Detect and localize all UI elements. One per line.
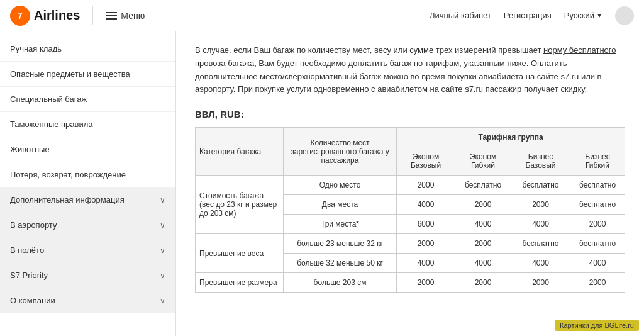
registration-link[interactable]: Регистрация bbox=[504, 11, 552, 20]
biz-baz-cell: бесплатно bbox=[511, 176, 570, 195]
table-row: Превышение размера больше 203 см 2000 20… bbox=[196, 273, 625, 293]
chevron-down-icon: ∨ bbox=[160, 246, 165, 255]
category-cell: Превышение веса bbox=[196, 234, 284, 273]
sidebar-item-dangerous[interactable]: Опасные предметы и вещества bbox=[0, 62, 175, 87]
chevron-down-icon: ∨ bbox=[160, 296, 165, 305]
header: 7 Airlines Меню Личный кабинет Регистрац… bbox=[0, 0, 644, 31]
hamburger-icon bbox=[106, 12, 117, 20]
col-header-qty: Количество мест зарегистрованного багажа… bbox=[284, 128, 397, 176]
sidebar-item-label: Таможенные правила bbox=[10, 120, 93, 129]
chevron-down-icon: ▼ bbox=[596, 12, 602, 19]
sidebar-item-hand-luggage[interactable]: Ручная кладь bbox=[0, 36, 175, 62]
biz-baz-cell: 2000 bbox=[511, 195, 570, 215]
logo-text: Airlines bbox=[34, 8, 80, 23]
col-header-category: Категория багажа bbox=[196, 128, 284, 176]
sidebar-item-animals[interactable]: Животные bbox=[0, 137, 175, 162]
biz-gib-cell: бесплатно bbox=[570, 195, 625, 215]
biz-baz-cell: 4000 bbox=[511, 215, 570, 234]
ekon-baz-cell: 4000 bbox=[397, 254, 455, 273]
ekon-gib-cell: 4000 bbox=[455, 254, 511, 273]
ekon-baz-cell: 2000 bbox=[397, 273, 455, 293]
biz-gib-cell: бесплатно bbox=[570, 234, 625, 254]
ekon-gib-cell: 2000 bbox=[455, 234, 511, 254]
qty-cell: больше 203 см bbox=[284, 273, 397, 293]
biz-baz-cell: 2000 bbox=[511, 273, 570, 293]
sidebar-item-additional[interactable]: Дополнительная информация ∨ bbox=[0, 188, 175, 213]
section-title: ВВЛ, RUB: bbox=[195, 109, 625, 120]
qty-cell: Два места bbox=[284, 195, 397, 215]
qty-cell: больше 23 меньше 32 кг bbox=[284, 234, 397, 254]
category-cell: Превышение размера bbox=[196, 273, 284, 293]
sidebar-item-label: В полёто bbox=[10, 245, 44, 255]
ekon-gib-cell: 4000 bbox=[455, 215, 511, 234]
biz-gib-cell: 2000 bbox=[570, 273, 625, 293]
sidebar-item-label: S7 Priority bbox=[10, 271, 48, 280]
sidebar-item-label: О компании bbox=[10, 296, 55, 305]
sidebar-item-customs[interactable]: Таможенные правила bbox=[0, 112, 175, 137]
ekon-gib-cell: 2000 bbox=[455, 195, 511, 215]
sidebar-item-company[interactable]: О компании ∨ bbox=[0, 288, 175, 313]
sidebar-item-lost[interactable]: Потеря, возврат, поврождение bbox=[0, 162, 175, 188]
qty-cell: больше 32 меньше 50 кг bbox=[284, 254, 397, 273]
biz-baz-cell: бесплатно bbox=[511, 234, 570, 254]
baggage-norm-link[interactable]: норму бесплатного провоза багажа bbox=[195, 45, 616, 68]
baggage-table: Категория багажа Количество мест зарегис… bbox=[195, 127, 625, 293]
sidebar-item-special[interactable]: Специальный багаж bbox=[0, 87, 175, 112]
ekon-baz-cell: 2000 bbox=[397, 176, 455, 195]
sidebar-item-inflight[interactable]: В полёто ∨ bbox=[0, 238, 175, 263]
sidebar: Ручная кладь Опасные предметы и вещества… bbox=[0, 31, 176, 336]
category-cell: Стоимость багажа (вес до 23 кг и размер … bbox=[196, 176, 284, 234]
biz-baz-cell: 4000 bbox=[511, 254, 570, 273]
sidebar-item-label: Опасные предметы и вещества bbox=[10, 69, 130, 79]
menu-button[interactable]: Меню bbox=[106, 11, 145, 21]
chevron-down-icon: ∨ bbox=[160, 271, 165, 280]
logo: 7 Airlines bbox=[10, 6, 80, 26]
table-row: Превышение веса больше 23 меньше 32 кг 2… bbox=[196, 234, 625, 254]
col-header-biz-baz: Бизнес Базовый bbox=[511, 147, 570, 176]
chevron-down-icon: ∨ bbox=[160, 196, 165, 204]
col-header-biz-gib: Бизнес Гибкий bbox=[570, 147, 625, 176]
menu-label: Меню bbox=[121, 11, 145, 21]
logo-number: 7 bbox=[18, 11, 23, 21]
biz-gib-cell: 4000 bbox=[570, 254, 625, 273]
ekon-baz-cell: 4000 bbox=[397, 195, 455, 215]
sidebar-item-label: В аэропорту bbox=[10, 220, 57, 230]
language-selector[interactable]: Русский ▼ bbox=[564, 11, 602, 20]
sidebar-item-label: Специальный багаж bbox=[10, 94, 87, 104]
col-header-ekon-baz: Эконом Базовый bbox=[397, 147, 455, 176]
ekon-gib-cell: бесплатно bbox=[455, 176, 511, 195]
sidebar-item-label: Дополнительная информация bbox=[10, 195, 125, 204]
ekon-baz-cell: 6000 bbox=[397, 215, 455, 234]
qty-cell: Три места* bbox=[284, 215, 397, 234]
main-content: В случае, если Ваш багаж по количеству м… bbox=[176, 31, 644, 336]
header-nav: Личный кабинет Регистрация Русский ▼ bbox=[430, 6, 634, 25]
ekon-gib-cell: 2000 bbox=[455, 273, 511, 293]
biz-gib-cell: бесплатно bbox=[570, 176, 625, 195]
ekon-baz-cell: 2000 bbox=[397, 234, 455, 254]
sidebar-item-label: Животные bbox=[10, 145, 50, 154]
page-layout: Ручная кладь Опасные предметы и вещества… bbox=[0, 31, 644, 336]
table-row: Стоимость багажа (вес до 23 кг и размер … bbox=[196, 176, 625, 195]
intro-paragraph: В случае, если Ваш багаж по количеству м… bbox=[195, 44, 625, 96]
personal-cabinet-link[interactable]: Личный кабинет bbox=[430, 11, 491, 20]
sidebar-item-label: Ручная кладь bbox=[10, 44, 62, 53]
qty-cell: Одно место bbox=[284, 176, 397, 195]
biz-gib-cell: 2000 bbox=[570, 215, 625, 234]
lang-label: Русский bbox=[564, 11, 594, 20]
header-divider bbox=[92, 6, 93, 25]
col-header-ekon-gib: Эконом Гибкий bbox=[455, 147, 511, 176]
chevron-down-icon: ∨ bbox=[160, 221, 165, 230]
logo-icon: 7 bbox=[10, 6, 30, 26]
sidebar-item-airport[interactable]: В аэропорту ∨ bbox=[0, 213, 175, 238]
sidebar-item-s7priority[interactable]: S7 Priority ∨ bbox=[0, 263, 175, 288]
sidebar-item-label: Потеря, возврат, поврождение bbox=[10, 170, 126, 179]
avatar bbox=[615, 6, 634, 25]
col-header-tariff-group: Тарифная группа bbox=[397, 128, 625, 147]
